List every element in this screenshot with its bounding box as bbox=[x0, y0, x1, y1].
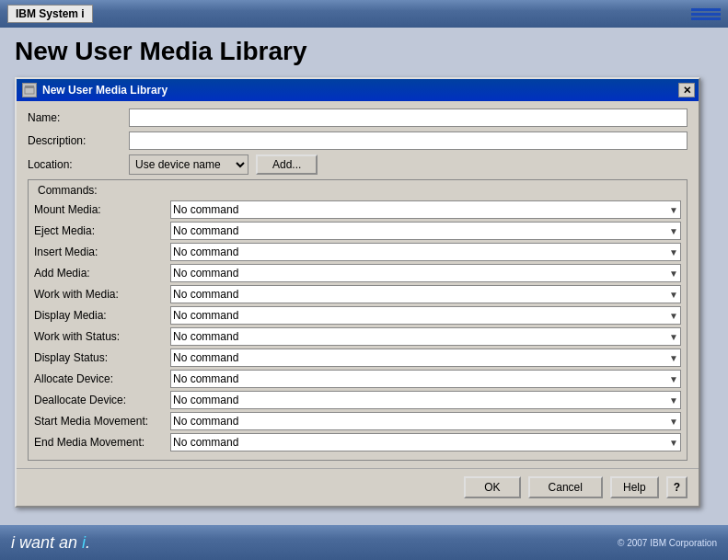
ibm-stripe-3 bbox=[691, 17, 721, 20]
command-select-arrow-icon: ▼ bbox=[669, 374, 678, 384]
command-select-9[interactable]: No command▼ bbox=[170, 391, 681, 409]
tagline: i want an i. bbox=[11, 533, 90, 553]
command-label: Allocate Device: bbox=[34, 372, 170, 385]
command-label: End Media Movement: bbox=[34, 436, 170, 449]
command-select-text: No command bbox=[173, 330, 238, 343]
location-label: Location: bbox=[28, 158, 129, 171]
command-select-arrow-icon: ▼ bbox=[669, 205, 678, 215]
cancel-button[interactable]: Cancel bbox=[528, 476, 603, 498]
description-label: Description: bbox=[28, 134, 129, 147]
command-select-8[interactable]: No command▼ bbox=[170, 370, 681, 388]
command-select-2[interactable]: No command▼ bbox=[170, 243, 681, 261]
command-select-text: No command bbox=[173, 372, 238, 385]
ok-button[interactable]: OK bbox=[464, 476, 520, 498]
top-bar: IBM System i bbox=[0, 0, 728, 28]
command-select-text: No command bbox=[173, 267, 238, 280]
commands-container: Mount Media:No command▼Eject Media:No co… bbox=[34, 200, 681, 451]
command-row: Insert Media:No command▼ bbox=[34, 243, 681, 261]
bottom-bar: i want an i. © 2007 IBM Corporation bbox=[0, 525, 728, 560]
command-select-text: No command bbox=[173, 394, 238, 406]
command-label: Display Status: bbox=[34, 351, 170, 364]
command-row: Mount Media:No command▼ bbox=[34, 200, 681, 219]
command-select-4[interactable]: No command▼ bbox=[170, 285, 681, 303]
copyright: © 2007 IBM Corporation bbox=[618, 538, 717, 548]
command-select-7[interactable]: No command▼ bbox=[170, 349, 681, 367]
location-row: Location: Use device name Add... bbox=[28, 154, 688, 175]
command-select-10[interactable]: No command▼ bbox=[170, 412, 681, 430]
command-select-arrow-icon: ▼ bbox=[669, 290, 678, 300]
command-select-arrow-icon: ▼ bbox=[669, 417, 678, 427]
command-label: Display Media: bbox=[34, 309, 170, 322]
command-select-arrow-icon: ▼ bbox=[669, 353, 678, 363]
dialog-titlebar: New User Media Library ✕ bbox=[17, 79, 699, 101]
svg-rect-1 bbox=[25, 86, 34, 88]
ibm-system-i-button[interactable]: IBM System i bbox=[7, 5, 93, 23]
svg-rect-0 bbox=[25, 87, 34, 94]
command-select-arrow-icon: ▼ bbox=[669, 332, 678, 342]
command-select-text: No command bbox=[173, 246, 238, 258]
command-label: Deallocate Device: bbox=[34, 394, 170, 406]
command-label: Insert Media: bbox=[34, 246, 170, 258]
command-label: Work with Media: bbox=[34, 288, 170, 301]
description-input[interactable] bbox=[129, 131, 688, 150]
command-select-arrow-icon: ▼ bbox=[669, 247, 678, 257]
command-row: Add Media:No command▼ bbox=[34, 264, 681, 282]
command-select-text: No command bbox=[173, 436, 238, 449]
dialog-title-left: New User Media Library bbox=[22, 83, 168, 97]
command-select-text: No command bbox=[173, 288, 238, 301]
command-row: Work with Media:No command▼ bbox=[34, 285, 681, 303]
dialog-footer: OK Cancel Help ? bbox=[17, 468, 699, 506]
command-row: Eject Media:No command▼ bbox=[34, 222, 681, 240]
command-select-text: No command bbox=[173, 224, 238, 237]
command-select-arrow-icon: ▼ bbox=[669, 395, 678, 406]
command-select-text: No command bbox=[173, 203, 238, 216]
ibm-stripe-1 bbox=[691, 8, 721, 11]
top-bar-left: IBM System i bbox=[7, 5, 93, 23]
command-select-11[interactable]: No command▼ bbox=[170, 433, 681, 451]
name-input[interactable] bbox=[129, 109, 688, 127]
location-select[interactable]: Use device name bbox=[129, 154, 248, 175]
command-row: Display Status:No command▼ bbox=[34, 349, 681, 367]
command-select-6[interactable]: No command▼ bbox=[170, 327, 681, 346]
tagline-suffix: . bbox=[86, 533, 90, 552]
ibm-logo bbox=[691, 8, 721, 20]
question-button[interactable]: ? bbox=[666, 476, 688, 498]
command-select-3[interactable]: No command▼ bbox=[170, 264, 681, 282]
command-select-arrow-icon: ▼ bbox=[669, 438, 678, 448]
page-title: New User Media Library bbox=[15, 37, 713, 66]
commands-group: Commands: Mount Media:No command▼Eject M… bbox=[28, 179, 688, 461]
command-row: Display Media:No command▼ bbox=[34, 306, 681, 325]
description-row: Description: bbox=[28, 131, 688, 150]
dialog-icon bbox=[22, 83, 37, 97]
command-select-arrow-icon: ▼ bbox=[669, 311, 678, 321]
name-label: Name: bbox=[28, 111, 129, 124]
command-label: Start Media Movement: bbox=[34, 415, 170, 428]
name-row: Name: bbox=[28, 109, 688, 127]
dialog-body: Name: Description: Location: Use device … bbox=[17, 101, 699, 468]
command-label: Eject Media: bbox=[34, 224, 170, 237]
command-label: Work with Status: bbox=[34, 330, 170, 343]
command-select-5[interactable]: No command▼ bbox=[170, 306, 681, 325]
command-row: Allocate Device:No command▼ bbox=[34, 370, 681, 388]
command-select-text: No command bbox=[173, 415, 238, 428]
command-select-arrow-icon: ▼ bbox=[669, 226, 678, 236]
tagline-prefix: i want an bbox=[11, 533, 82, 552]
ibm-stripe-2 bbox=[691, 13, 721, 16]
command-row: Deallocate Device:No command▼ bbox=[34, 391, 681, 409]
dialog-title-text: New User Media Library bbox=[42, 84, 168, 97]
main-content: New User Media Library New User Media Li… bbox=[0, 28, 728, 525]
command-row: End Media Movement:No command▼ bbox=[34, 433, 681, 451]
commands-legend: Commands: bbox=[38, 184, 681, 197]
command-row: Work with Status:No command▼ bbox=[34, 327, 681, 346]
dialog-close-button[interactable]: ✕ bbox=[678, 83, 695, 97]
command-select-0[interactable]: No command▼ bbox=[170, 200, 681, 219]
add-button[interactable]: Add... bbox=[256, 154, 318, 175]
command-label: Add Media: bbox=[34, 267, 170, 280]
command-select-arrow-icon: ▼ bbox=[669, 269, 678, 279]
help-button[interactable]: Help bbox=[610, 476, 659, 498]
dialog: New User Media Library ✕ Name: Descripti… bbox=[15, 77, 700, 508]
command-label: Mount Media: bbox=[34, 203, 170, 216]
command-select-text: No command bbox=[173, 309, 238, 322]
command-select-1[interactable]: No command▼ bbox=[170, 222, 681, 240]
command-select-text: No command bbox=[173, 351, 238, 364]
